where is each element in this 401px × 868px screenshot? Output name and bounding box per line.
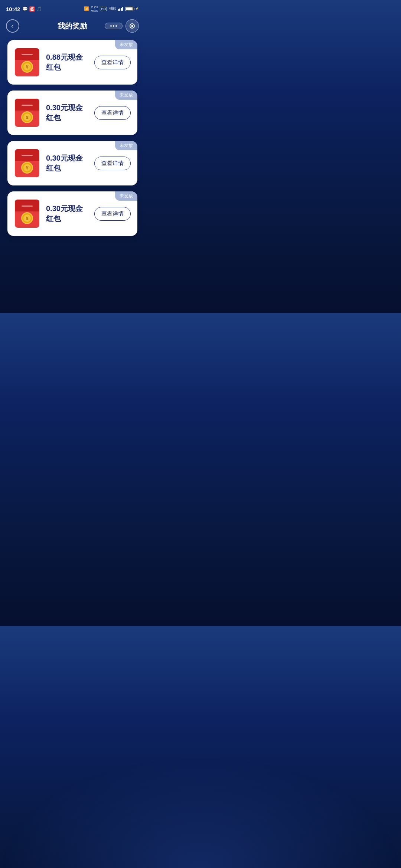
svg-rect-26 xyxy=(15,208,39,211)
reward-info-4: 0.30元现金红包 xyxy=(46,204,88,224)
reward-title-1: 0.88元现金红包 xyxy=(46,52,88,72)
reward-card-3: 未发放 ¥ 0.30元现金红包 查看详情 xyxy=(7,141,137,185)
wechat-icon: 💬 xyxy=(22,6,28,11)
reward-info-2: 0.30元现金红包 xyxy=(46,103,88,123)
svg-rect-31 xyxy=(22,206,33,207)
status-time: 10:42 xyxy=(6,6,20,12)
view-detail-button-4[interactable]: 查看详情 xyxy=(94,207,131,221)
svg-rect-23 xyxy=(22,155,33,156)
svg-text:¥: ¥ xyxy=(26,165,29,171)
red-envelope-icon-4: ¥ xyxy=(14,199,40,228)
reward-info-1: 0.88元现金红包 xyxy=(46,52,88,72)
status-badge-1: 未发放 xyxy=(115,40,137,49)
signal-bars xyxy=(118,7,123,11)
svg-rect-15 xyxy=(22,105,33,106)
reward-card-4: 未发放 ¥ 0.30元现金红包 查看详情 xyxy=(7,191,137,236)
status-badge-4: 未发放 xyxy=(115,191,137,201)
dot-2 xyxy=(113,25,114,27)
status-badge-2: 未发放 xyxy=(115,91,137,100)
network-speed: 2.20 MB/S xyxy=(91,5,98,13)
svg-text:¥: ¥ xyxy=(26,216,29,221)
4g-icon: 46G xyxy=(109,7,116,11)
more-options-button[interactable] xyxy=(105,23,123,29)
status-right: 📶 2.20 MB/S HD 46G ⚡ xyxy=(84,5,139,13)
tiktok-icon: 🎵 xyxy=(36,6,42,11)
svg-rect-18 xyxy=(15,158,39,161)
back-arrow-icon: ‹ xyxy=(11,23,13,29)
back-button[interactable]: ‹ xyxy=(6,19,19,33)
hd-badge: HD xyxy=(100,7,107,11)
reward-info-3: 0.30元现金红包 xyxy=(46,153,88,173)
reward-card-2: 未发放 ¥ 0.30元现金红包 查看详情 xyxy=(7,91,137,135)
record-button[interactable] xyxy=(125,19,139,33)
svg-rect-2 xyxy=(15,57,39,60)
app-icon-1: 签 xyxy=(29,6,35,12)
signal-wifi-icon: 📶 xyxy=(84,6,89,11)
reward-title-4: 0.30元现金红包 xyxy=(46,204,88,224)
svg-text:¥: ¥ xyxy=(26,115,29,120)
view-detail-button-3[interactable]: 查看详情 xyxy=(94,157,131,170)
view-detail-button-2[interactable]: 查看详情 xyxy=(94,106,131,120)
rewards-list: 未发放 ¥ 0.88元现金红包 查看详情 未发放 xyxy=(0,37,145,243)
status-left: 10:42 💬 签 🎵 xyxy=(6,6,42,12)
red-envelope-icon-2: ¥ xyxy=(14,98,40,128)
dot-3 xyxy=(115,25,117,27)
svg-rect-10 xyxy=(15,108,39,111)
record-dot-icon xyxy=(131,25,133,27)
reward-card-1: 未发放 ¥ 0.88元现金红包 查看详情 xyxy=(7,40,137,85)
page-title: 我的奖励 xyxy=(58,21,87,31)
view-detail-button-1[interactable]: 查看详情 xyxy=(94,56,131,69)
red-envelope-icon-1: ¥ xyxy=(14,47,40,77)
svg-text:¥: ¥ xyxy=(26,64,29,70)
reward-title-2: 0.30元现金红包 xyxy=(46,103,88,123)
battery-icon: ⚡ xyxy=(125,7,139,11)
reward-title-3: 0.30元现金红包 xyxy=(46,153,88,173)
status-badge-3: 未发放 xyxy=(115,141,137,150)
record-circle-icon xyxy=(130,23,135,29)
nav-right xyxy=(105,19,139,33)
status-bar: 10:42 💬 签 🎵 📶 2.20 MB/S HD 46G ⚡ xyxy=(0,0,145,16)
nav-header: ‹ 我的奖励 xyxy=(0,16,145,37)
status-icons: 💬 签 🎵 xyxy=(22,6,42,12)
svg-rect-7 xyxy=(22,54,33,55)
red-envelope-icon-3: ¥ xyxy=(14,148,40,178)
dot-1 xyxy=(110,25,112,27)
